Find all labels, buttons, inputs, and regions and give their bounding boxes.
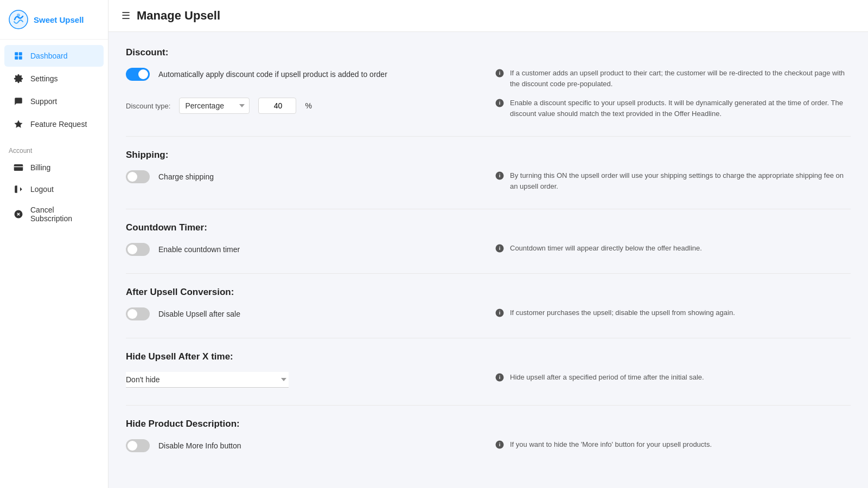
svg-text:i: i	[499, 172, 501, 178]
svg-point-0	[9, 10, 28, 29]
after-upsell-toggle-left: Disable Upsell after sale	[126, 307, 482, 320]
main-content: ☰ Manage Upsell Discount: Automatically …	[108, 0, 868, 488]
sidebar-item-logout-label: Logout	[30, 185, 54, 194]
hide-product-toggle[interactable]	[126, 439, 150, 452]
divider-1	[126, 136, 851, 137]
svg-text:i: i	[499, 310, 501, 316]
shipping-toggle-left: Charge shipping	[126, 170, 482, 183]
hide-upsell-info: i Hide upsell after a specified period o…	[495, 372, 851, 383]
discount-toggle-info-icon: i	[495, 68, 505, 78]
support-icon	[13, 96, 24, 107]
sidebar-item-logout[interactable]: Logout	[9, 178, 99, 200]
countdown-toggle[interactable]	[126, 243, 150, 256]
discount-toggle-info: i If a customer adds an upsell product t…	[495, 68, 851, 89]
discount-type-info: i Enable a discount specific to your ups…	[495, 98, 851, 119]
shipping-toggle-row: Charge shipping i By turning this ON the…	[126, 170, 851, 191]
svg-point-1	[17, 14, 20, 17]
shipping-section-title: Shipping:	[126, 150, 851, 160]
hide-product-toggle-row: Disable More Info button i If you want t…	[126, 439, 851, 452]
discount-percent-sign: %	[305, 101, 311, 110]
shipping-toggle[interactable]	[126, 170, 150, 183]
hide-product-toggle-label: Disable More Info button	[158, 441, 241, 450]
svg-rect-5	[19, 56, 22, 60]
sidebar-item-billing[interactable]: Billing	[9, 157, 99, 178]
hide-upsell-section: Hide Upsell After X time: Don't hide 1 d…	[126, 351, 851, 388]
svg-rect-3	[19, 52, 22, 55]
sidebar-item-dashboard-label: Dashboard	[30, 52, 68, 60]
countdown-info-text: Countdown timer will appear directly bel…	[510, 243, 702, 254]
sidebar-item-settings[interactable]: Settings	[4, 68, 104, 89]
svg-rect-2	[15, 52, 18, 55]
countdown-toggle-info: i Countdown timer will appear directly b…	[495, 243, 851, 254]
sidebar-item-feature-request[interactable]: Feature Request	[4, 113, 104, 135]
sidebar-item-support-label: Support	[30, 97, 57, 106]
countdown-section-title: Countdown Timer:	[126, 222, 851, 233]
after-upsell-section: After Upsell Conversion: Disable Upsell …	[126, 287, 851, 320]
after-upsell-toggle-label: Disable Upsell after sale	[158, 310, 240, 318]
app-logo-icon	[9, 10, 28, 29]
billing-icon	[13, 162, 24, 173]
hide-product-info-text: If you want to hide the 'More info' butt…	[510, 439, 712, 450]
hide-product-toggle-left: Disable More Info button	[126, 439, 482, 452]
sidebar-item-support[interactable]: Support	[4, 91, 104, 112]
hide-product-info-icon: i	[495, 440, 505, 450]
after-upsell-toggle-row: Disable Upsell after sale i If customer …	[126, 307, 851, 320]
divider-4	[126, 338, 851, 338]
after-upsell-toggle[interactable]	[126, 307, 150, 320]
divider-3	[126, 273, 851, 274]
countdown-toggle-label: Enable countdown timer	[158, 245, 240, 254]
page-title: Manage Upsell	[137, 9, 220, 23]
logo-area: Sweet Upsell	[0, 0, 108, 40]
hide-upsell-select-row: Don't hide 1 day 3 days 7 days 14 days 3…	[126, 372, 851, 388]
shipping-toggle-info: i By turning this ON the upsell order wi…	[495, 170, 851, 191]
countdown-info-icon: i	[495, 243, 505, 253]
svg-text:i: i	[499, 70, 501, 76]
hide-upsell-select[interactable]: Don't hide 1 day 3 days 7 days 14 days 3…	[126, 372, 289, 388]
svg-text:i: i	[499, 374, 501, 380]
hide-upsell-select-left: Don't hide 1 day 3 days 7 days 14 days 3…	[126, 372, 482, 388]
discount-value-input[interactable]	[258, 98, 296, 114]
sidebar-item-settings-label: Settings	[30, 74, 58, 83]
divider-5	[126, 405, 851, 406]
after-upsell-info-icon: i	[495, 308, 505, 318]
discount-type-info-icon: i	[495, 98, 505, 108]
dashboard-icon	[13, 50, 24, 61]
discount-toggle[interactable]	[126, 68, 150, 81]
svg-marker-6	[15, 120, 23, 128]
countdown-section: Countdown Timer: Enable countdown timer …	[126, 222, 851, 256]
app-name: Sweet Upsell	[34, 15, 84, 24]
svg-rect-7	[14, 164, 23, 171]
svg-text:i: i	[499, 441, 501, 447]
countdown-toggle-slider	[126, 243, 150, 256]
svg-rect-4	[15, 56, 18, 60]
content-area: Discount: Automatically apply discount c…	[108, 32, 868, 488]
countdown-toggle-left: Enable countdown timer	[126, 243, 482, 256]
sidebar-item-cancel-subscription-label: Cancel Subscription	[30, 206, 95, 223]
shipping-toggle-slider	[126, 170, 150, 183]
discount-section-title: Discount:	[126, 47, 851, 58]
discount-type-info-text: Enable a discount specific to your upsel…	[510, 98, 851, 119]
after-upsell-info-text: If customer purchases the upsell; disabl…	[510, 307, 735, 318]
sidebar-item-cancel-subscription[interactable]: Cancel Subscription	[9, 200, 99, 228]
topbar: ☰ Manage Upsell	[108, 0, 868, 32]
sidebar: Sweet Upsell Dashboard Settings Support …	[0, 0, 108, 488]
after-upsell-toggle-slider	[126, 307, 150, 320]
hide-upsell-section-title: Hide Upsell After X time:	[126, 351, 851, 362]
sidebar-item-dashboard[interactable]: Dashboard	[4, 45, 104, 67]
discount-type-select[interactable]: Percentage Fixed Amount	[179, 98, 250, 114]
menu-icon[interactable]: ☰	[122, 10, 130, 22]
star-icon	[13, 119, 24, 130]
discount-toggle-left: Automatically apply discount code if ups…	[126, 68, 482, 81]
hide-product-toggle-slider	[126, 439, 150, 452]
discount-section: Discount: Automatically apply discount c…	[126, 47, 851, 119]
countdown-toggle-row: Enable countdown timer i Countdown timer…	[126, 243, 851, 256]
discount-type-label: Discount type:	[126, 102, 170, 110]
discount-toggle-slider	[126, 68, 150, 81]
discount-type-row: Discount type: Percentage Fixed Amount %…	[126, 98, 851, 119]
hide-upsell-info-icon: i	[495, 373, 505, 382]
hide-upsell-info-text: Hide upsell after a specified period of …	[510, 372, 704, 383]
after-upsell-section-title: After Upsell Conversion:	[126, 287, 851, 298]
cancel-icon	[13, 209, 24, 220]
divider-2	[126, 209, 851, 209]
svg-text:i: i	[499, 100, 501, 106]
